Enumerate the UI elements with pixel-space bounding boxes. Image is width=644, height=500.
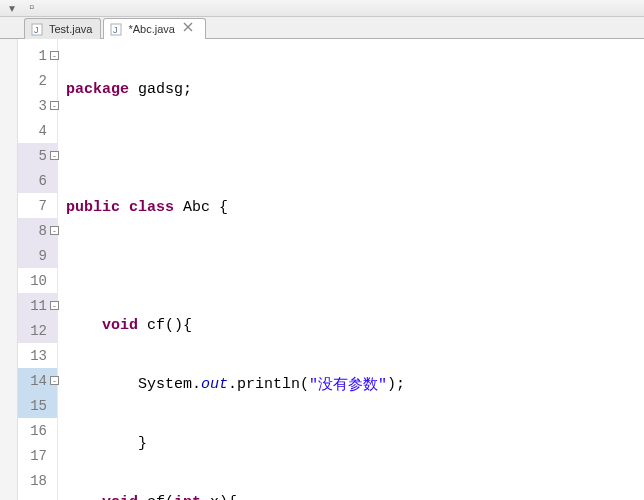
tab-test-java[interactable]: J Test.java [24, 18, 101, 39]
code-line[interactable]: System.out.println("没有参数"); [66, 372, 644, 397]
line-number: 16 [18, 418, 57, 443]
line-number: 1- [18, 43, 57, 68]
tab-label: *Abc.java [128, 23, 174, 35]
code-line[interactable]: public class Abc { [66, 195, 644, 220]
line-number: 3- [18, 93, 57, 118]
java-file-icon: J [31, 22, 45, 36]
code-line[interactable]: package gadsg; [66, 77, 644, 102]
line-number: 4 [18, 118, 57, 143]
chevron-down-icon[interactable]: ▾ [4, 0, 20, 16]
tab-label: Test.java [49, 23, 92, 35]
line-number: 10 [18, 268, 57, 293]
code-line[interactable]: } [66, 431, 644, 456]
line-number: 15 [18, 393, 57, 418]
line-number: 12 [18, 318, 57, 343]
close-icon[interactable] [183, 22, 197, 36]
code-line[interactable]: void cf(int x){ [66, 490, 644, 500]
code-area[interactable]: package gadsg; public class Abc { void c… [58, 39, 644, 500]
editor-root: ▾ ▫ J Test.java J *Abc.java 1- 2 3- 4 5- [0, 0, 644, 500]
line-number: 9 [18, 243, 57, 268]
square-icon[interactable]: ▫ [24, 0, 40, 16]
line-number: 6 [18, 168, 57, 193]
line-gutter: 1- 2 3- 4 5- 6 7 8- 9 10 11- 12 13 14- 1… [18, 39, 58, 500]
svg-text:J: J [113, 25, 118, 35]
editor-body: 1- 2 3- 4 5- 6 7 8- 9 10 11- 12 13 14- 1… [0, 39, 644, 500]
line-number: 14- [18, 368, 57, 393]
line-number: 18 [18, 468, 57, 493]
tab-bar: J Test.java J *Abc.java [0, 17, 644, 39]
line-number: 2 [18, 68, 57, 93]
code-line[interactable]: void cf(){ [66, 313, 644, 338]
toolbar: ▾ ▫ [0, 0, 644, 17]
code-line[interactable] [66, 254, 644, 279]
svg-text:J: J [34, 25, 39, 35]
left-ruler [0, 39, 18, 500]
java-file-icon: J [110, 22, 124, 36]
line-number: 11- [18, 293, 57, 318]
tab-abc-java[interactable]: J *Abc.java [103, 18, 205, 39]
line-number: 5- [18, 143, 57, 168]
line-number: 13 [18, 343, 57, 368]
line-number: 17 [18, 443, 57, 468]
code-line[interactable] [66, 136, 644, 161]
line-number: 8- [18, 218, 57, 243]
line-number: 7 [18, 193, 57, 218]
